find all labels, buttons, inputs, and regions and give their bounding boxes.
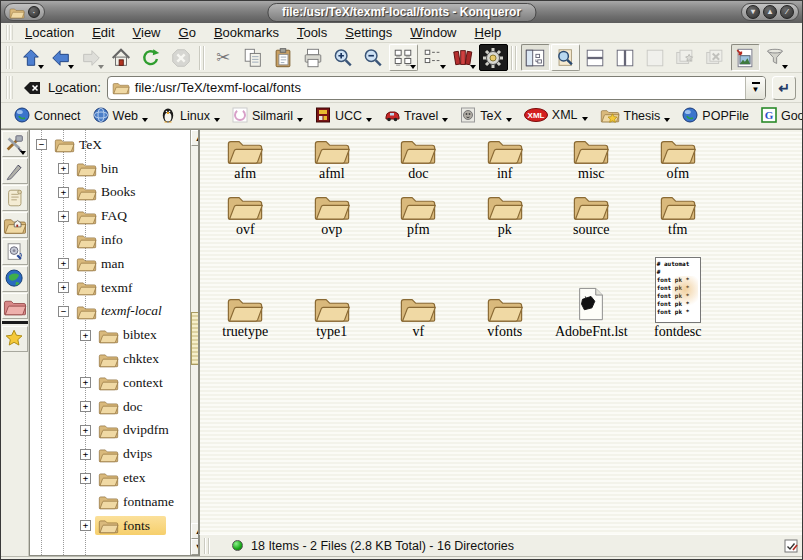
copy-button[interactable] xyxy=(239,44,268,71)
item-label[interactable]: source xyxy=(573,222,610,237)
tree-scrollbar[interactable]: ▲ ▲ ▼ xyxy=(190,130,199,555)
menu-edit[interactable]: Edit xyxy=(83,23,123,42)
dropdown-arrow-icon[interactable] xyxy=(664,118,670,122)
tree-expander[interactable]: + xyxy=(58,258,69,269)
folder-ovp[interactable]: ovp xyxy=(289,191,376,247)
tree-item-bibtex[interactable]: +bibtex xyxy=(30,323,190,347)
tree-item-body[interactable]: doc xyxy=(95,397,159,416)
scroll-down-button[interactable]: ▼ xyxy=(191,539,199,555)
tree-expander[interactable]: + xyxy=(80,520,91,531)
bookmark-ucc[interactable]: UCC xyxy=(310,105,379,126)
bookmarks-button[interactable] xyxy=(449,44,478,71)
home-button[interactable] xyxy=(107,44,136,71)
dropdown-arrow-icon[interactable] xyxy=(470,65,476,69)
clear-location-icon[interactable] xyxy=(22,80,42,96)
tree-item-body[interactable]: texmf-local xyxy=(73,302,178,321)
directory-icon-view[interactable]: afmafmldocinfmiscofmovfovppfmpksourcetfm… xyxy=(199,130,802,534)
sticky-button[interactable]: · xyxy=(28,6,40,18)
bookmark-xml[interactable]: XMLXML xyxy=(519,106,595,125)
tree-item-bin[interactable]: +bin xyxy=(30,157,190,181)
zoom-out-button[interactable] xyxy=(359,44,388,71)
bookmark-travel[interactable]: Travel xyxy=(379,105,455,126)
zoom-in-button[interactable] xyxy=(329,44,358,71)
tree-expander[interactable]: − xyxy=(58,306,69,317)
dropdown-arrow-icon[interactable] xyxy=(410,65,416,69)
folder-afm[interactable]: afm xyxy=(202,135,289,191)
filter-button[interactable] xyxy=(761,44,790,71)
print-button[interactable] xyxy=(299,44,328,71)
item-label[interactable]: fontdesc xyxy=(654,324,701,339)
tree-item-fonts[interactable]: +fonts xyxy=(30,514,190,538)
item-label[interactable]: vf xyxy=(412,324,424,339)
folder-inf[interactable]: inf xyxy=(462,135,549,191)
tree-item-body[interactable]: Books xyxy=(73,183,152,202)
bookmark-tex[interactable]: TeX xyxy=(455,105,519,126)
dropdown-arrow-icon[interactable] xyxy=(366,118,372,122)
item-label[interactable]: afm xyxy=(234,166,256,181)
menu-bookmarks[interactable]: Bookmarks xyxy=(205,23,288,42)
folder-misc[interactable]: misc xyxy=(548,135,635,191)
dropdown-arrow-icon[interactable] xyxy=(442,118,448,122)
tree-item-texmf-local[interactable]: −texmf-local xyxy=(30,300,190,324)
folder-ovf[interactable]: ovf xyxy=(202,191,289,247)
tree-item-context[interactable]: +context xyxy=(30,371,190,395)
tree-item-fontname[interactable]: fontname xyxy=(30,490,190,514)
item-label[interactable]: afml xyxy=(319,166,345,181)
tree-item-TeX[interactable]: −TeX xyxy=(30,133,190,157)
tree-item-label[interactable]: fontname xyxy=(123,494,174,510)
sidebar-bookmarks-button[interactable] xyxy=(2,326,28,352)
dropdown-arrow-icon[interactable] xyxy=(506,118,512,122)
folder-afml[interactable]: afml xyxy=(289,135,376,191)
bookmark-popfile[interactable]: POPFile xyxy=(677,105,756,126)
bookmark-silmaril[interactable]: Silmaril xyxy=(227,105,310,126)
tree-item-FAQ[interactable]: +FAQ xyxy=(30,204,190,228)
dropdown-arrow-icon[interactable] xyxy=(68,65,74,69)
scroll-up-button-2[interactable]: ▲ xyxy=(191,523,199,539)
toolbar-grip[interactable] xyxy=(6,46,13,69)
sidebar-network-button[interactable] xyxy=(2,266,28,292)
tree-item-etex[interactable]: +etex xyxy=(30,466,190,490)
folder-pk[interactable]: pk xyxy=(462,191,549,247)
back-button[interactable] xyxy=(47,44,76,71)
item-label[interactable]: doc xyxy=(408,166,428,181)
dropdown-arrow-icon[interactable] xyxy=(297,118,303,122)
folder-ofm[interactable]: ofm xyxy=(635,135,722,191)
sidebar-root-directory-button[interactable] xyxy=(2,293,28,319)
close-button[interactable]: ⁄ xyxy=(780,5,794,19)
tree-item-label[interactable]: chktex xyxy=(123,351,159,367)
folder-type1[interactable]: type1 xyxy=(289,247,376,339)
item-label[interactable]: truetype xyxy=(222,324,268,339)
folder-vf[interactable]: vf xyxy=(375,247,462,339)
dropdown-arrow-icon[interactable] xyxy=(98,65,104,69)
dropdown-arrow-icon[interactable] xyxy=(142,118,148,122)
menu-window[interactable]: Window xyxy=(401,23,465,42)
tree-item-body[interactable]: FAQ xyxy=(73,207,143,226)
up-button[interactable] xyxy=(17,44,46,71)
tree-item-body[interactable]: dvipdfm xyxy=(95,421,185,440)
location-dropdown-button[interactable]: ▼ xyxy=(745,77,765,99)
tree-item-man[interactable]: +man xyxy=(30,252,190,276)
item-label[interactable]: misc xyxy=(578,166,604,181)
sidebar-pen-button[interactable] xyxy=(2,158,28,184)
location-combobox[interactable]: file:/usr/TeX/texmf-local/fonts ▼ xyxy=(107,76,766,100)
find-button[interactable] xyxy=(551,44,580,71)
gear-button[interactable] xyxy=(479,44,508,71)
menu-view[interactable]: View xyxy=(124,23,170,42)
folder-vfonts[interactable]: vfonts xyxy=(462,247,549,339)
file-fontdesc[interactable]: # automat#font pk *font pk *font pk *fon… xyxy=(635,247,722,339)
bookmark-google[interactable]: GGoogle xyxy=(756,105,802,126)
menu-go[interactable]: Go xyxy=(170,23,205,42)
folder-settings-icon[interactable] xyxy=(784,539,798,553)
tree-item-body[interactable]: fonts xyxy=(95,516,166,535)
tree-item-body[interactable]: texmf xyxy=(73,278,149,297)
go-button[interactable]: ↵ xyxy=(772,76,796,100)
item-label[interactable]: pfm xyxy=(407,222,430,237)
tree-item-doc[interactable]: +doc xyxy=(30,395,190,419)
tree-item-body[interactable]: chktex xyxy=(95,350,175,369)
tree-item-body[interactable]: bibtex xyxy=(95,326,173,345)
dropdown-arrow-icon[interactable] xyxy=(38,65,44,69)
item-label[interactable]: inf xyxy=(497,166,513,181)
sidebar-configure-button[interactable] xyxy=(2,131,28,157)
minimize-button[interactable]: ▾ xyxy=(746,5,760,19)
tree-expander[interactable]: + xyxy=(80,449,91,460)
